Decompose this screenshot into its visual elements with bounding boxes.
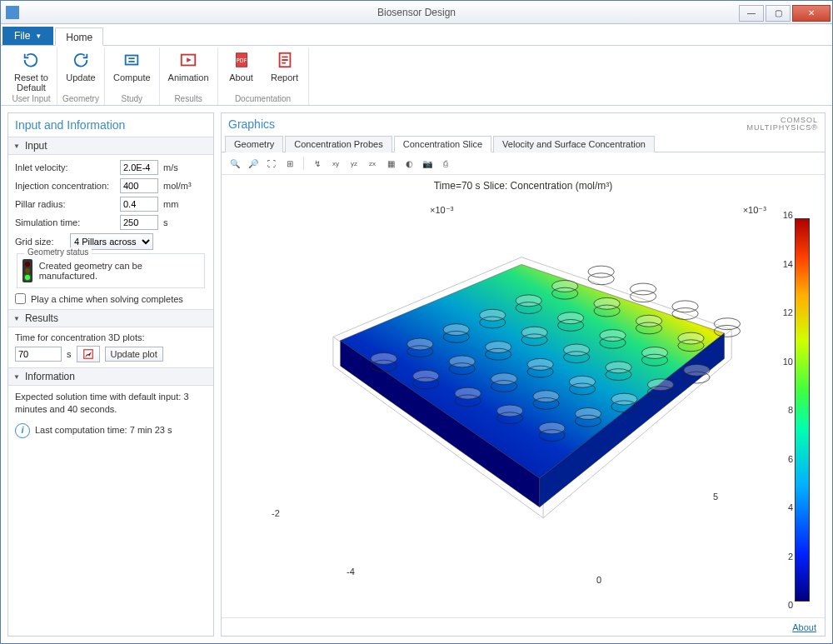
compute-button[interactable]: Compute — [110, 47, 154, 84]
report-button[interactable]: Report — [267, 47, 303, 84]
results-time-input[interactable] — [15, 347, 62, 362]
x-tick: -2 — [272, 508, 280, 518]
y-tick: 0 — [596, 575, 601, 585]
file-menu[interactable]: File ▼ — [2, 27, 53, 45]
default-view-icon[interactable]: ↯ — [309, 156, 326, 171]
chime-checkbox[interactable] — [15, 293, 26, 304]
about-link[interactable]: About — [792, 622, 816, 632]
svg-point-28 — [557, 312, 583, 324]
svg-point-62 — [539, 422, 565, 434]
ribbon-group-results: Animation Results — [160, 47, 218, 105]
svg-point-10 — [443, 324, 469, 336]
ribbon-group-study: Compute Study — [105, 47, 160, 105]
inlet-velocity-input[interactable] — [120, 160, 158, 175]
input-section: Inlet velocity: m/s Injection concentrat… — [8, 155, 213, 309]
svg-point-30 — [594, 297, 620, 309]
close-button[interactable]: ✕ — [792, 5, 831, 22]
app-icon — [6, 6, 19, 19]
group-label-study: Study — [122, 94, 143, 105]
update-geometry-button[interactable]: Update — [62, 47, 99, 84]
light-icon[interactable]: ◐ — [401, 156, 417, 171]
svg-point-24 — [486, 342, 511, 353]
print-icon[interactable]: ⎙ — [437, 156, 454, 171]
update-plot-button[interactable]: Update plot — [105, 347, 163, 362]
group-label-documentation: Documentation — [235, 94, 291, 105]
plot-area[interactable]: Time=70 s Slice: Concentration (mol/m³) … — [222, 175, 825, 617]
svg-point-32 — [630, 283, 656, 295]
zoom-in-icon[interactable]: 🔍 — [227, 156, 243, 171]
animation-button[interactable]: Animation — [165, 47, 212, 84]
svg-point-16 — [552, 281, 578, 292]
minimize-button[interactable]: — — [739, 5, 764, 22]
grid-size-label: Grid size: — [15, 237, 65, 247]
grid-icon[interactable]: ▦ — [382, 156, 399, 171]
section-results-header[interactable]: ▼ Results — [8, 309, 213, 327]
simulation-time-label: Simulation time: — [15, 217, 115, 227]
simulation-time-unit: s — [163, 217, 168, 227]
zoom-out-icon[interactable]: 🔎 — [245, 156, 262, 171]
svg-point-6 — [371, 352, 397, 364]
zoom-box-icon[interactable]: ⛶ — [263, 156, 280, 171]
zx-view-icon[interactable]: zx — [364, 156, 381, 171]
injection-conc-label: Injection concentration: — [15, 181, 115, 191]
section-info-label: Information — [25, 371, 75, 382]
group-label-geometry: Geometry — [62, 94, 99, 105]
ribbon-group-user-input: Reset to Default User Input — [6, 47, 57, 105]
camera-icon[interactable]: 📷 — [419, 156, 436, 171]
about-button[interactable]: PDF About — [223, 47, 260, 84]
axis-factor-top: ×10⁻³ — [430, 205, 453, 216]
cb-tick: 4 — [788, 502, 793, 512]
report-icon — [274, 49, 296, 71]
cb-tick: 10 — [783, 357, 793, 367]
maximize-button[interactable]: ▢ — [766, 5, 791, 22]
report-label: Report — [271, 72, 298, 82]
cb-tick: 16 — [783, 210, 793, 220]
svg-point-50 — [533, 391, 559, 402]
tab-geometry[interactable]: Geometry — [225, 136, 283, 152]
tab-concentration-slice[interactable]: Concentration Slice — [394, 136, 491, 152]
inlet-velocity-label: Inlet velocity: — [15, 162, 115, 172]
reset-icon — [20, 49, 42, 71]
xy-view-icon[interactable]: xy — [327, 156, 344, 171]
plot-title: Time=70 s Slice: Concentration (mol/m³) — [434, 180, 613, 192]
svg-point-48 — [496, 405, 522, 417]
geometry-status-text: Created geometry can be manufactured. — [39, 261, 199, 281]
reset-to-default-button[interactable]: Reset to Default — [11, 47, 52, 94]
section-input-label: Input — [25, 140, 47, 152]
update-plot-icon-button[interactable] — [77, 346, 100, 362]
group-label-results: Results — [174, 94, 202, 105]
section-info-header[interactable]: ▼ Information — [8, 367, 213, 386]
tab-concentration-probes[interactable]: Concentration Probes — [285, 136, 392, 152]
svg-point-8 — [407, 338, 433, 350]
svg-point-40 — [563, 344, 589, 356]
results-section: Time for concentration 3D plots: s Updat… — [8, 327, 213, 367]
injection-conc-input[interactable] — [120, 178, 158, 193]
yz-view-icon[interactable]: yz — [346, 156, 362, 171]
results-time-label: Time for concentration 3D plots: — [15, 332, 207, 342]
right-panel: Graphics COMSOL MULTIPHYSICS® Geometry C… — [221, 112, 826, 637]
pillar-radius-input[interactable] — [120, 197, 158, 212]
about-label: About — [229, 72, 253, 82]
svg-point-34 — [455, 387, 481, 399]
group-label-user-input: User Input — [12, 94, 50, 105]
cb-tick: 0 — [788, 600, 793, 610]
section-input-header[interactable]: ▼ Input — [8, 137, 213, 155]
svg-point-54 — [606, 362, 631, 373]
cb-tick: 14 — [783, 259, 793, 269]
geometry-status-box: Geometry status Created geometry can be … — [17, 253, 205, 288]
simulation-time-input[interactable] — [120, 215, 158, 230]
svg-text:PDF: PDF — [236, 57, 247, 63]
titlebar: Biosensor Design — ▢ ✕ — [1, 1, 832, 24]
tab-home[interactable]: Home — [55, 27, 103, 46]
window-title: Biosensor Design — [377, 7, 456, 18]
svg-point-20 — [413, 370, 439, 382]
svg-rect-0 — [126, 56, 138, 65]
update-icon — [70, 49, 92, 71]
caret-down-icon: ▼ — [35, 32, 42, 40]
svg-point-52 — [569, 376, 595, 387]
content-area: Input and Information ▼ Input Inlet velo… — [1, 106, 832, 643]
compute-label: Compute — [113, 72, 151, 82]
svg-point-26 — [521, 327, 547, 338]
zoom-extents-icon[interactable]: ⊞ — [282, 156, 298, 171]
tab-velocity-surface[interactable]: Velocity and Surface Concentration — [493, 136, 655, 152]
